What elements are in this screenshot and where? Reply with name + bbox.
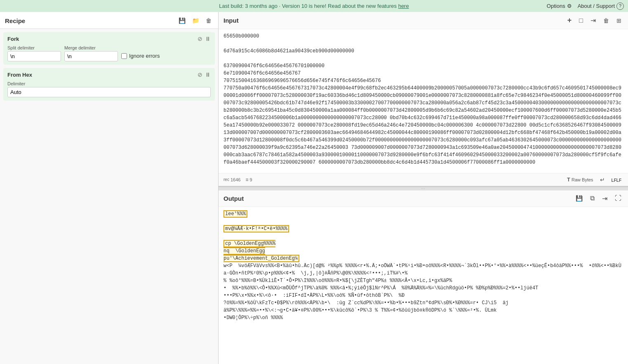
pause-icon: [205, 35, 211, 42]
ban-icon-2: [198, 71, 202, 78]
delimiter-group: Delimiter: [7, 81, 211, 97]
output-header: Output: [219, 190, 628, 207]
rec-label: rec: [223, 177, 229, 182]
delimiter-label: Delimiter: [7, 81, 211, 86]
merge-delimiter-label: Merge delimiter: [64, 45, 118, 50]
output-copy-button[interactable]: [588, 194, 596, 203]
merge-delimiter-input[interactable]: [64, 51, 118, 61]
recipe-title: Recipe: [5, 17, 25, 24]
highlighted-output-2: mv@¼ÄÆ·k•F!ª•C•ë•%%%%: [223, 225, 289, 232]
arrow-icon: [590, 17, 596, 24]
ignore-errors-checkbox[interactable]: [121, 53, 127, 59]
gear-icon: [567, 3, 572, 9]
fork-section: Fork Split delimiter Merge delimiter: [3, 32, 215, 65]
ignore-errors-text: Ignore errors: [129, 53, 160, 59]
split-delimiter-group: Split delimiter: [7, 45, 61, 61]
options-link[interactable]: Options: [547, 3, 572, 9]
input-footer: rec 1646 ≡ 9 Raw Bytes: [219, 173, 628, 186]
input-arrow-button[interactable]: [589, 16, 597, 25]
pause-icon-2: [205, 71, 211, 78]
banner-link[interactable]: here: [398, 3, 409, 9]
output-content[interactable]: lee'%%% mv@¼ÄÆ·k•F!ª•C•ë•%%%% cp \Golden…: [219, 207, 628, 364]
about-link[interactable]: About / Support: [578, 2, 624, 10]
square-icon: [579, 17, 583, 24]
input-square-button[interactable]: [577, 16, 585, 25]
delete-recipe-button[interactable]: [204, 16, 213, 25]
save-recipe-button[interactable]: [177, 16, 187, 25]
plus-icon: [567, 17, 572, 24]
input-content[interactable]: 65650b000000 6d76a915c4c6086b8d4621aa904…: [219, 29, 628, 173]
rec-value: 1646: [231, 177, 240, 182]
output-header-icons: [574, 194, 623, 203]
fromhex-header: From Hex: [7, 71, 211, 78]
fromhex-pause-button[interactable]: [205, 71, 211, 78]
input-trash-button[interactable]: [602, 16, 611, 25]
enter-button[interactable]: [598, 175, 607, 184]
lf-icon: LF: [612, 178, 621, 183]
raw-bytes-button[interactable]: Raw Bytes: [565, 176, 595, 183]
fromhex-section: From Hex Delimiter: [3, 68, 215, 101]
fork-header: Fork: [7, 35, 211, 42]
rec-stat: rec 1646: [223, 177, 240, 183]
fork-disable-button[interactable]: [198, 35, 202, 42]
trash-icon-2: [603, 17, 609, 24]
right-panel: Input: [219, 12, 628, 364]
raw-bytes-label: Raw Bytes: [572, 177, 593, 182]
fullscreen-icon: [615, 195, 621, 202]
ignore-errors-label[interactable]: Ignore errors: [121, 53, 160, 59]
lines-stat: ≡ 9: [245, 177, 252, 183]
arrow-icon-2: [602, 195, 607, 202]
folder-icon: [192, 17, 199, 24]
trash-icon: [206, 17, 212, 24]
highlighted-output: lee'%%%: [223, 210, 247, 218]
banner-main-text: Last build: 3 months ago · Version 10 is…: [219, 3, 397, 9]
top-banner-right: Options About / Support: [547, 2, 624, 10]
fork-controls: [198, 35, 211, 42]
output-title: Output: [223, 195, 244, 202]
copy-icon: [590, 195, 595, 202]
options-label: Options: [547, 3, 565, 9]
output-save-button[interactable]: [574, 194, 584, 203]
T-icon: [567, 177, 570, 183]
merge-delimiter-group: Merge delimiter: [64, 45, 118, 61]
split-delimiter-input[interactable]: [7, 51, 61, 61]
output-fullscreen-button[interactable]: [613, 194, 623, 203]
resize-divider[interactable]: [219, 187, 628, 190]
recipe-icons: [177, 16, 213, 25]
main-layout: Recipe Fork: [0, 12, 628, 364]
open-recipe-button[interactable]: [191, 16, 201, 25]
fork-title: Fork: [7, 36, 19, 42]
fromhex-title: From Hex: [7, 72, 32, 78]
left-panel: Recipe Fork: [0, 12, 219, 364]
input-header-icons: [566, 15, 623, 26]
ban-icon: [198, 35, 202, 42]
fromhex-disable-button[interactable]: [198, 71, 202, 78]
delimiter-input[interactable]: [7, 87, 211, 97]
output-arrow-button[interactable]: [600, 194, 609, 203]
fork-pause-button[interactable]: [205, 35, 211, 42]
input-footer-left: rec 1646 ≡ 9: [223, 177, 252, 183]
fork-fields: Split delimiter Merge delimiter Ignore e…: [7, 45, 211, 61]
input-section: Input: [219, 12, 628, 187]
output-section: Output lee'%%% mv@¼ÄÆ·k•F!ª: [219, 190, 628, 364]
split-delimiter-label: Split delimiter: [7, 45, 61, 50]
enter-icon: [600, 176, 605, 183]
input-cols-button[interactable]: [615, 16, 623, 25]
highlighted-output-3: cp \GoldenEgg%%%% nq \GoldenEgg pu'\Achi…: [223, 240, 299, 262]
input-add-button[interactable]: [566, 15, 574, 26]
about-label: About / Support: [578, 3, 615, 9]
recipe-header: Recipe: [0, 12, 218, 29]
input-footer-right: Raw Bytes LF: [565, 175, 623, 184]
question-icon: [616, 2, 624, 10]
input-title: Input: [223, 17, 239, 24]
save-icon-2: [576, 195, 583, 202]
banner-text: Last build: 3 months ago · Version 10 is…: [219, 3, 409, 9]
lines-icon: ≡: [245, 177, 248, 183]
lf-button[interactable]: LF: [610, 175, 623, 184]
top-banner: Last build: 3 months ago · Version 10 is…: [0, 0, 628, 12]
save-icon: [179, 17, 186, 24]
cols-icon: [616, 17, 621, 24]
lines-value: 9: [249, 177, 252, 182]
fromhex-controls: [198, 71, 211, 78]
input-header: Input: [219, 12, 628, 29]
